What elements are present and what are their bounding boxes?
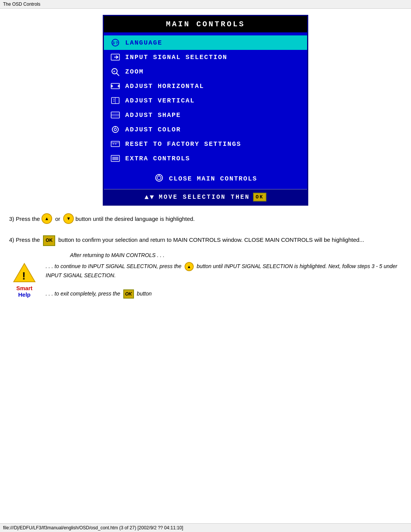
osd-title: MAIN CONTROLS xyxy=(104,16,307,32)
zoom-icon: + xyxy=(109,66,121,77)
page-content: MAIN CONTROLS 3? LANGUAGE xyxy=(0,9,411,308)
warning-icon-wrap: ! Smart Help xyxy=(9,262,40,298)
menu-item-vert[interactable]: ↕ ADJUST VERTICAL xyxy=(104,93,307,108)
up-arrow-smart: ▲ xyxy=(185,262,194,271)
smart-help-block: ! Smart Help . . . to continue to INPUT … xyxy=(9,262,402,299)
svg-text:+: + xyxy=(113,70,116,74)
menu-item-horiz[interactable]: ADJUST HORIZONTAL xyxy=(104,79,307,93)
close-label: CLOSE MAIN CONTROLS xyxy=(169,175,257,182)
menu-item-color[interactable]: ADJUST COLOR xyxy=(104,122,307,137)
menu-item-reset-label: RESET TO FACTORY SETTINGS xyxy=(125,141,241,148)
vert-icon: ↕ xyxy=(109,95,121,106)
down-arrow-button[interactable]: ▼ xyxy=(63,213,74,224)
svg-line-4 xyxy=(116,73,119,76)
ok-btn-smart: OK xyxy=(123,289,134,299)
shape-icon xyxy=(109,110,121,120)
up-arrow-button[interactable]: ▲ xyxy=(41,213,52,224)
step3-text-before: 3) Press the xyxy=(9,216,40,222)
menu-item-shape[interactable]: ADJUST SHAPE xyxy=(104,108,307,122)
menu-item-reset[interactable]: RESET TO FACTORY SETTINGS xyxy=(104,137,307,151)
osd-bottom-bar: ▲▼ MOVE SELECTION THEN OK xyxy=(104,189,307,204)
bottom-bar-text: MOVE SELECTION THEN xyxy=(159,194,250,201)
smart-text-line2: . . . to exit completely, press the OK b… xyxy=(46,289,402,299)
extra-icon xyxy=(109,153,121,164)
menu-item-shape-label: ADJUST SHAPE xyxy=(125,112,181,119)
step3-or: or xyxy=(55,216,60,222)
bottom-bar-icons: ▲▼ xyxy=(145,193,155,201)
menu-item-vert-label: ADJUST VERTICAL xyxy=(125,97,195,104)
step4-text-before: 4) Press the xyxy=(9,236,40,243)
menu-item-input-label: INPUT SIGNAL SELECTION xyxy=(125,54,227,61)
warning-triangle-icon: ! xyxy=(12,262,37,283)
menu-item-input-signal[interactable]: INPUT SIGNAL SELECTION xyxy=(104,50,307,64)
menu-item-extra[interactable]: EXTRA CONTROLS xyxy=(104,151,307,166)
lang-icon: 3? xyxy=(109,37,121,48)
svg-rect-10 xyxy=(111,112,119,118)
color-icon xyxy=(109,124,121,135)
menu-item-color-label: ADJUST COLOR xyxy=(125,126,181,133)
smart-text-line1: . . . to continue to INPUT SIGNAL SELECT… xyxy=(46,262,402,280)
title-bar: The OSD Controls xyxy=(0,0,411,9)
horiz-icon xyxy=(109,81,121,91)
close-monitor-icon xyxy=(154,173,164,184)
ok-badge: OK xyxy=(253,193,267,201)
help-label: Help xyxy=(18,291,31,298)
title-bar-text: The OSD Controls xyxy=(3,2,40,7)
step4-instruction: 4) Press the OK button to confirm your s… xyxy=(9,235,402,246)
input-signal-icon xyxy=(109,52,121,62)
osd-menu: 3? LANGUAGE INPUT SIGNAL SELECTION xyxy=(104,32,307,169)
footer-text: file:///D|/EDFU/LF3/lf3manual/english/OS… xyxy=(3,525,183,530)
svg-text:!: ! xyxy=(22,270,25,282)
smart-label: Smart xyxy=(16,285,33,291)
menu-item-extra-label: EXTRA CONTROLS xyxy=(125,155,190,162)
reset-icon xyxy=(109,139,121,149)
italic-note: After returning to MAIN CONTROLS . . . xyxy=(70,252,402,258)
step4-text-after: button to confirm your selection and ret… xyxy=(58,236,364,243)
close-main-controls[interactable]: CLOSE MAIN CONTROLS xyxy=(104,169,307,189)
svg-point-14 xyxy=(114,128,116,131)
svg-text:↕: ↕ xyxy=(112,97,116,103)
smart-text: . . . to continue to INPUT SIGNAL SELECT… xyxy=(46,262,402,299)
step3-instruction: 3) Press the ▲ or ▼ button until the des… xyxy=(9,213,402,224)
svg-text:3?: 3? xyxy=(112,41,119,45)
menu-item-language-label: LANGUAGE xyxy=(125,39,162,46)
menu-item-horiz-label: ADJUST HORIZONTAL xyxy=(125,83,204,90)
ok-button-step4[interactable]: OK xyxy=(43,235,55,246)
menu-item-zoom[interactable]: + ZOOM xyxy=(104,64,307,79)
footer: file:///D|/EDFU/LF3/lf3manual/english/OS… xyxy=(0,523,411,532)
menu-item-language[interactable]: 3? LANGUAGE xyxy=(104,35,307,50)
osd-monitor: MAIN CONTROLS 3? LANGUAGE xyxy=(103,15,308,206)
menu-item-zoom-label: ZOOM xyxy=(125,68,144,75)
svg-point-25 xyxy=(157,176,161,180)
step3-text-after: button until the desired language is hig… xyxy=(75,216,195,222)
